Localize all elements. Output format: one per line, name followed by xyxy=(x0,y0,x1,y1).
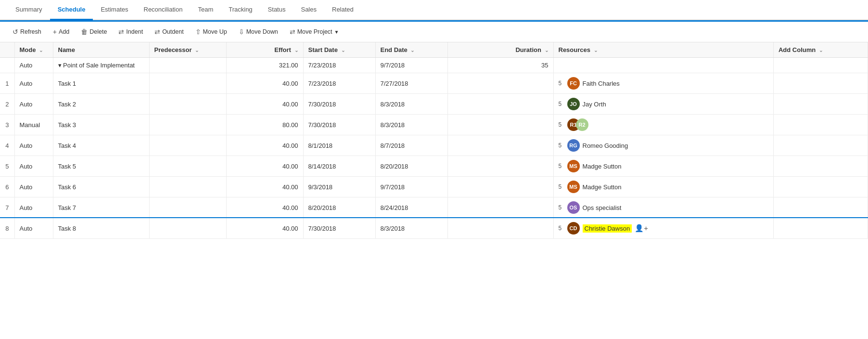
tab-sales[interactable]: Sales xyxy=(293,0,324,20)
row-mode: Auto xyxy=(14,218,53,239)
tab-tracking[interactable]: Tracking xyxy=(221,0,260,20)
row-predecessor[interactable] xyxy=(149,197,226,218)
row-startdate: 7/30/2018 xyxy=(303,115,375,135)
row-addcol xyxy=(773,218,868,239)
refresh-button[interactable]: ↺ Refresh xyxy=(8,26,46,38)
row-num xyxy=(0,58,14,73)
row-predecessor[interactable] xyxy=(149,218,226,239)
row-num: 3 xyxy=(0,115,14,135)
resource-count: 5 xyxy=(559,101,564,107)
row-predecessor[interactable] xyxy=(149,94,226,115)
row-predecessor[interactable] xyxy=(149,58,226,73)
row-name[interactable]: Task 6 xyxy=(53,177,149,197)
table-row[interactable]: 1 Auto Task 1 40.00 7/23/2018 7/27/2018 … xyxy=(0,73,868,94)
row-enddate: 8/20/2018 xyxy=(375,156,447,177)
row-name[interactable]: ▾ Point of Sale Implementat xyxy=(53,58,149,73)
row-num: 2 xyxy=(0,94,14,115)
row-predecessor[interactable] xyxy=(149,115,226,135)
row-num: 1 xyxy=(0,73,14,94)
moveproject-button[interactable]: ⇄ Move Project ▼ xyxy=(285,26,344,38)
row-name[interactable]: Task 8 xyxy=(53,218,149,239)
table-row[interactable]: 5 Auto Task 5 40.00 8/14/2018 8/20/2018 … xyxy=(0,156,868,177)
row-mode: Auto xyxy=(14,135,53,156)
col-header-enddate[interactable]: End Date ⌄ xyxy=(375,42,447,58)
row-predecessor[interactable] xyxy=(149,73,226,94)
tab-status[interactable]: Status xyxy=(260,0,294,20)
add-button[interactable]: + Add xyxy=(48,26,74,38)
row-num: 4 xyxy=(0,135,14,156)
row-resources[interactable] xyxy=(553,58,773,73)
tab-estimates[interactable]: Estimates xyxy=(93,0,136,20)
row-resources[interactable]: 5 FC Faith Charles xyxy=(553,73,773,94)
moveproject-label: Move Project xyxy=(297,28,332,35)
row-name[interactable]: Task 5 xyxy=(53,156,149,177)
table-row[interactable]: 8 Auto Task 8 40.00 7/30/2018 8/3/2018 5… xyxy=(0,218,868,239)
row-predecessor[interactable] xyxy=(149,156,226,177)
tab-related[interactable]: Related xyxy=(324,0,361,20)
row-effort: 40.00 xyxy=(226,177,303,197)
table-row[interactable]: 2 Auto Task 2 40.00 7/30/2018 8/3/2018 5… xyxy=(0,94,868,115)
row-startdate: 7/23/2018 xyxy=(303,58,375,73)
row-name[interactable]: Task 7 xyxy=(53,197,149,218)
tab-summary[interactable]: Summary xyxy=(8,0,50,20)
row-effort: 40.00 xyxy=(226,218,303,239)
moveup-button[interactable]: ⇧ Move Up xyxy=(191,26,232,38)
pred-sort-icon: ⌄ xyxy=(195,48,199,53)
row-startdate: 7/30/2018 xyxy=(303,94,375,115)
row-enddate: 8/3/2018 xyxy=(375,115,447,135)
row-addcol xyxy=(773,73,868,94)
row-effort: 40.00 xyxy=(226,135,303,156)
col-header-num xyxy=(0,42,14,58)
add-resource-icon[interactable]: 👤+ xyxy=(635,224,648,233)
row-mode: Auto xyxy=(14,58,53,73)
row-mode: Auto xyxy=(14,73,53,94)
movedown-button[interactable]: ⇩ Move Down xyxy=(234,26,283,38)
delete-button[interactable]: 🗑 Delete xyxy=(76,26,112,38)
row-effort: 80.00 xyxy=(226,115,303,135)
row-resources[interactable]: 5 RG Romeo Gooding xyxy=(553,135,773,156)
resource-count: 5 xyxy=(559,204,564,211)
tab-team[interactable]: Team xyxy=(190,0,221,20)
row-resources[interactable]: 5 MS Madge Sutton xyxy=(553,177,773,197)
row-effort: 40.00 xyxy=(226,94,303,115)
row-addcol xyxy=(773,135,868,156)
table-row[interactable]: Auto ▾ Point of Sale Implementat 321.00 … xyxy=(0,58,868,73)
col-header-startdate[interactable]: Start Date ⌄ xyxy=(303,42,375,58)
row-predecessor[interactable] xyxy=(149,135,226,156)
refresh-icon: ↺ xyxy=(13,28,18,36)
col-header-name[interactable]: Name xyxy=(53,42,149,58)
col-header-effort[interactable]: Effort ⌄ xyxy=(226,42,303,58)
indent-button[interactable]: ⇄ Indent xyxy=(114,26,148,38)
row-addcol xyxy=(773,177,868,197)
row-resources[interactable]: 5 JO Jay Orth xyxy=(553,94,773,115)
tab-schedule[interactable]: Schedule xyxy=(50,0,93,20)
col-header-predecessor[interactable]: Predecessor ⌄ xyxy=(149,42,226,58)
row-name[interactable]: Task 4 xyxy=(53,135,149,156)
startdate-sort-icon: ⌄ xyxy=(341,48,345,53)
col-header-resources[interactable]: Resources ⌄ xyxy=(553,42,773,58)
resource-count: 5 xyxy=(559,225,564,232)
row-name[interactable]: Task 1 xyxy=(53,73,149,94)
delete-label: Delete xyxy=(89,28,107,35)
row-resources[interactable]: 5 MS Madge Sutton xyxy=(553,156,773,177)
col-header-duration[interactable]: Duration ⌄ xyxy=(447,42,553,58)
row-resources[interactable]: 5 OS Ops specialist xyxy=(553,197,773,218)
row-resources[interactable]: 5 R1R2 xyxy=(553,115,773,135)
row-name[interactable]: Task 2 xyxy=(53,94,149,115)
col-header-addcol[interactable]: Add Column ⌄ xyxy=(773,42,868,58)
table-row[interactable]: 6 Auto Task 6 40.00 9/3/2018 9/7/2018 5 … xyxy=(0,177,868,197)
row-startdate: 8/1/2018 xyxy=(303,135,375,156)
tab-reconciliation[interactable]: Reconciliation xyxy=(136,0,191,20)
row-effort: 40.00 xyxy=(226,156,303,177)
col-header-mode[interactable]: Mode ⌄ xyxy=(14,42,53,58)
row-resources[interactable]: 5 CD Christie Dawson 👤+ xyxy=(553,218,773,239)
table-row[interactable]: 7 Auto Task 7 40.00 8/20/2018 8/24/2018 … xyxy=(0,197,868,218)
row-name[interactable]: Task 3 xyxy=(53,115,149,135)
outdent-button[interactable]: ⇄ Outdent xyxy=(150,26,188,38)
resource-count: 5 xyxy=(559,80,564,87)
table-row[interactable]: 4 Auto Task 4 40.00 8/1/2018 8/7/2018 5 … xyxy=(0,135,868,156)
resource-name: Faith Charles xyxy=(583,80,620,87)
table-row[interactable]: 3 Manual Task 3 80.00 7/30/2018 8/3/2018… xyxy=(0,115,868,135)
row-predecessor[interactable] xyxy=(149,177,226,197)
resource-name-highlight: Christie Dawson xyxy=(583,224,632,233)
